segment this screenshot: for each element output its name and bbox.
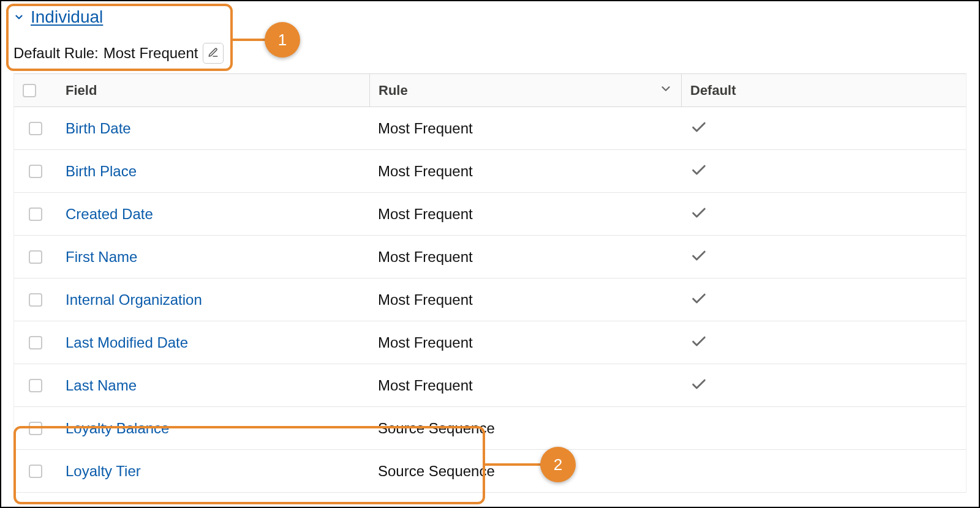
- row-checkbox-cell: [14, 165, 57, 178]
- default-rule-value: Most Frequent: [104, 45, 198, 62]
- rule-cell: Source Sequence: [369, 463, 682, 480]
- table-row: Birth DateMost Frequent: [14, 107, 966, 150]
- check-icon: [690, 289, 707, 307]
- field-cell: Loyalty Balance: [57, 420, 369, 437]
- row-checkbox-cell: [14, 250, 57, 264]
- row-checkbox[interactable]: [29, 122, 42, 135]
- row-checkbox-cell: [14, 207, 57, 221]
- field-link[interactable]: Last Name: [66, 377, 137, 394]
- row-checkbox[interactable]: [29, 379, 42, 392]
- table-row: First NameMost Frequent: [14, 236, 966, 278]
- check-icon: [690, 161, 707, 178]
- row-checkbox-cell: [14, 293, 57, 307]
- check-icon: [690, 118, 707, 135]
- edit-default-rule-button[interactable]: [203, 43, 224, 64]
- table-header-row: Field Rule Default: [14, 74, 966, 107]
- field-cell: Loyalty Tier: [57, 463, 369, 480]
- field-cell: Internal Organization: [57, 291, 369, 308]
- select-all-checkbox[interactable]: [23, 84, 36, 97]
- row-checkbox[interactable]: [29, 250, 42, 264]
- app-frame: Individual Default Rule: Most Frequent 1…: [0, 0, 980, 508]
- rule-cell: Most Frequent: [369, 291, 682, 308]
- field-cell: Last Name: [57, 377, 369, 394]
- column-header-rule[interactable]: Rule: [369, 74, 682, 106]
- field-cell: Birth Place: [57, 163, 369, 180]
- section-header: Individual Default Rule: Most Frequent: [1, 1, 979, 73]
- row-checkbox[interactable]: [29, 465, 42, 478]
- table-row: Last Modified DateMost Frequent: [14, 321, 966, 364]
- table-row: Created DateMost Frequent: [14, 193, 966, 236]
- row-checkbox[interactable]: [29, 207, 42, 221]
- check-icon: [690, 375, 707, 392]
- row-checkbox[interactable]: [29, 293, 42, 307]
- rule-cell: Most Frequent: [369, 120, 682, 137]
- row-checkbox-cell: [14, 465, 57, 478]
- row-checkbox-cell: [14, 422, 57, 435]
- column-header-rule-label: Rule: [379, 83, 408, 99]
- default-cell: [682, 332, 966, 353]
- default-cell: [682, 289, 966, 310]
- column-header-default[interactable]: Default: [682, 74, 966, 106]
- field-cell: Last Modified Date: [57, 334, 369, 351]
- table-row: Loyalty BalanceSource Sequence: [14, 407, 966, 450]
- select-all-cell: [14, 74, 57, 106]
- check-icon: [690, 204, 707, 221]
- rule-cell: Most Frequent: [369, 248, 682, 266]
- table-body: Birth DateMost FrequentBirth PlaceMost F…: [14, 107, 966, 493]
- field-link[interactable]: Loyalty Tier: [66, 463, 141, 479]
- default-cell: [682, 247, 966, 267]
- rule-cell: Most Frequent: [369, 377, 682, 394]
- rule-cell: Most Frequent: [369, 334, 682, 351]
- chevron-down-icon: [13, 12, 24, 23]
- check-icon: [690, 332, 707, 349]
- row-checkbox-cell: [14, 122, 57, 135]
- row-checkbox[interactable]: [29, 336, 42, 349]
- field-link[interactable]: Last Modified Date: [66, 334, 188, 351]
- field-link[interactable]: First Name: [66, 248, 137, 265]
- pencil-icon: [208, 47, 219, 60]
- rule-cell: Most Frequent: [369, 206, 682, 223]
- table-row: Loyalty TierSource Sequence: [14, 450, 966, 493]
- rule-cell: Most Frequent: [369, 163, 682, 180]
- field-link[interactable]: Birth Date: [66, 120, 131, 136]
- field-link[interactable]: Created Date: [66, 206, 153, 222]
- row-checkbox[interactable]: [29, 422, 42, 435]
- check-icon: [690, 247, 707, 264]
- field-link[interactable]: Loyalty Balance: [66, 420, 169, 436]
- table-row: Last NameMost Frequent: [14, 364, 966, 407]
- field-cell: Created Date: [57, 206, 369, 223]
- default-cell: [682, 204, 966, 225]
- row-checkbox-cell: [14, 379, 57, 392]
- column-header-field[interactable]: Field: [57, 74, 369, 106]
- default-cell: [682, 375, 966, 396]
- default-rule-label: Default Rule:: [13, 45, 99, 62]
- rule-cell: Source Sequence: [369, 420, 682, 437]
- table-row: Internal OrganizationMost Frequent: [14, 278, 966, 321]
- section-title-link[interactable]: Individual: [31, 7, 103, 27]
- field-cell: Birth Date: [57, 120, 369, 137]
- field-cell: First Name: [57, 248, 369, 266]
- field-link[interactable]: Internal Organization: [66, 291, 202, 308]
- row-checkbox-cell: [14, 336, 57, 349]
- chevron-down-icon: [659, 82, 673, 99]
- section-collapse-row[interactable]: Individual: [13, 7, 967, 27]
- default-rule-row: Default Rule: Most Frequent: [13, 43, 967, 64]
- default-cell: [682, 118, 966, 139]
- field-link[interactable]: Birth Place: [66, 163, 137, 179]
- row-checkbox[interactable]: [29, 165, 42, 178]
- default-cell: [682, 161, 966, 182]
- table-row: Birth PlaceMost Frequent: [14, 150, 966, 193]
- fields-table: Field Rule Default Birth DateMost Freque…: [13, 73, 967, 493]
